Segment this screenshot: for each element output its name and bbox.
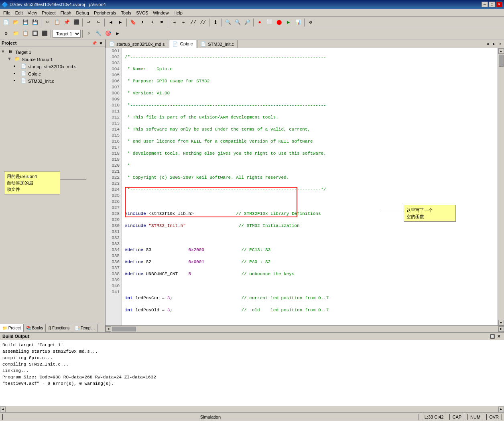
menu-peripherals[interactable]: Peripherals [91, 10, 119, 16]
uncomment-button[interactable]: // [199, 18, 207, 27]
hscroll-thumb[interactable] [112, 327, 136, 331]
cut-button[interactable]: ✂ [43, 18, 52, 27]
debug-btn4[interactable]: ▶ [284, 18, 293, 27]
tab-scrolls[interactable]: ◀ ▶ ✕ [484, 40, 504, 48]
tb2-btn4[interactable]: 🔲 [30, 29, 39, 38]
tab-scroll-right[interactable]: ▶ [491, 41, 497, 47]
tree-file-init-label: STM32_Init.c [28, 79, 54, 84]
tb2-btn6[interactable]: ⚡ [84, 29, 93, 38]
tab-gpio[interactable]: 📄 Gpio.c [169, 40, 196, 48]
h-scrollbar[interactable]: ◀ ▶ [106, 325, 504, 332]
open-file-button[interactable]: 📂 [11, 18, 20, 27]
scroll-up-arrow[interactable]: ▲ [498, 48, 504, 54]
debug-stop-button[interactable]: ⬜ [265, 18, 274, 27]
comment-button[interactable]: // [189, 18, 198, 27]
tb2-btn5[interactable]: ⬛ [40, 29, 49, 38]
build-header-controls[interactable]: 🔲 ✕ [490, 333, 502, 339]
undo-button[interactable]: ↩ [84, 18, 93, 27]
indent-button[interactable]: ⬛ [72, 18, 81, 27]
save-button[interactable]: 💾 [21, 18, 30, 27]
sidebar-header-controls[interactable]: 📌 ✕ [91, 40, 104, 46]
menu-project[interactable]: Project [39, 10, 58, 16]
tree-source-group[interactable]: ▼ 📁 Source Group 1 [6, 56, 105, 63]
menu-flash[interactable]: Flash [58, 10, 74, 16]
nav-back-button[interactable]: ◀ [106, 18, 115, 27]
save-all-button[interactable]: 💾 [30, 18, 39, 27]
scroll-down-arrow[interactable]: ▼ [498, 320, 504, 325]
sidebar-tab-templates[interactable]: 📑 Templ... [72, 324, 98, 332]
hscroll-right-arrow[interactable]: ▶ [498, 326, 504, 332]
tab-icon-startup: 📄 [109, 41, 115, 47]
v-scrollbar[interactable]: ▲ ▼ [498, 48, 504, 325]
tree-file-gpio-label: Gpio.c [28, 72, 41, 76]
nav-fwd-button[interactable]: ▶ [116, 18, 125, 27]
options-button[interactable]: ⚙ [306, 18, 315, 27]
target-select[interactable]: Target 1 [53, 30, 81, 38]
bookmark-button[interactable]: 🔖 [128, 18, 137, 27]
tree-root[interactable]: ▼ 🖥 Target 1 [0, 49, 105, 56]
new-file-button[interactable]: 📄 [2, 18, 10, 27]
tab-close-active[interactable]: ✕ [498, 41, 503, 47]
paste-button[interactable]: 📌 [62, 18, 71, 27]
menu-edit[interactable]: Edit [13, 10, 25, 16]
tb2-target[interactable]: 🎯 [104, 29, 112, 38]
close-button[interactable]: ✕ [496, 2, 502, 7]
tree-file-init[interactable]: ▪ 📄 STM32_Init.c [13, 78, 105, 85]
callout-left-arrow [58, 179, 86, 180]
debug-btn5[interactable]: 📊 [294, 18, 303, 27]
sidebar-pin-icon[interactable]: 📌 [91, 40, 97, 46]
find-button[interactable]: 🔍 [224, 18, 232, 27]
tb2-btn1[interactable]: ⚙ [2, 29, 10, 38]
minimize-button[interactable]: ─ [482, 2, 488, 7]
hscroll-left-arrow[interactable]: ◀ [106, 326, 111, 332]
menu-svcs[interactable]: SVCS [134, 10, 150, 16]
build-info-button[interactable]: ℹ [211, 18, 220, 27]
restore-button[interactable]: □ [489, 2, 495, 7]
tb2-btn2[interactable]: 📁 [11, 29, 20, 38]
menu-tools[interactable]: Tools [119, 10, 134, 16]
title-text: D:\dev-stm32\test10v4\test10v4.uvproj - … [10, 2, 106, 7]
build-line-4: compiling STM32_Init.c... [2, 361, 502, 368]
status-cap-text: CAP [452, 415, 461, 419]
debug-start-button[interactable]: ● [255, 18, 264, 27]
zoom-in-button[interactable]: 🔎 [243, 18, 252, 27]
menu-view[interactable]: View [25, 10, 40, 16]
menu-window[interactable]: Window [150, 10, 171, 16]
sidebar: Project 📌 ✕ ▼ 🖥 Target 1 ▼ 📁 Source Grou… [0, 39, 106, 332]
tree-file-startup[interactable]: ▪ 📄 startup_stm32f10x_md.s [13, 63, 105, 70]
title-bar-controls[interactable]: ─ □ ✕ [482, 2, 502, 7]
sidebar-tab-books[interactable]: 📚 Books [24, 324, 46, 332]
tb2-run[interactable]: ▶ [113, 29, 122, 38]
scroll-thumb[interactable] [499, 55, 504, 67]
build-hscroll-right[interactable]: ▶ [498, 407, 504, 412]
prev-bookmark-button[interactable]: ⬆ [138, 18, 147, 27]
tab-startup[interactable]: 📄 startup_stm32f10x_md.s [106, 40, 168, 48]
code-content[interactable]: /*--------------------------------------… [122, 48, 498, 325]
menu-debug[interactable]: Debug [74, 10, 91, 16]
sidebar-close-icon[interactable]: ✕ [98, 40, 104, 46]
tab-stm32init[interactable]: 📄 STM32_Init.c [197, 40, 238, 48]
line-numbers: 001 002 003 004 005 006 007 008 009 010 … [106, 48, 122, 325]
indent-code-button[interactable]: ⇥ [170, 18, 179, 27]
tb2-btn3[interactable]: 📋 [21, 29, 30, 38]
build-restore-icon[interactable]: 🔲 [490, 333, 495, 339]
find-prev-button[interactable]: 🔍 [233, 18, 242, 27]
menu-file[interactable]: File [1, 10, 13, 16]
build-close-icon[interactable]: ✕ [496, 333, 502, 339]
tab-scroll-left[interactable]: ◀ [485, 41, 490, 47]
build-hscroll-left[interactable]: ◀ [0, 407, 6, 412]
next-bookmark-button[interactable]: ⬇ [148, 18, 156, 27]
redo-button[interactable]: ↪ [94, 18, 103, 27]
status-sim-text: Simulation [200, 415, 221, 419]
tb2-settings[interactable]: 🔧 [94, 29, 103, 38]
build-hscroll[interactable]: ◀ ▶ [0, 406, 504, 412]
title-bar-left: 🔷 D:\dev-stm32\test10v4\test10v4.uvproj … [2, 2, 106, 8]
sidebar-tab-project[interactable]: 📁 Project [0, 324, 24, 332]
menu-help[interactable]: Help [171, 10, 185, 16]
tree-file-gpio[interactable]: ▪ 📄 Gpio.c [13, 70, 105, 78]
debug-btn3[interactable]: ⬤ [274, 18, 283, 27]
copy-button[interactable]: 📋 [53, 18, 61, 27]
sidebar-tab-functions[interactable]: {} Functions [46, 324, 72, 332]
clear-bookmark-button[interactable]: ✖ [157, 18, 166, 27]
unindent-code-button[interactable]: ⇤ [179, 18, 188, 27]
